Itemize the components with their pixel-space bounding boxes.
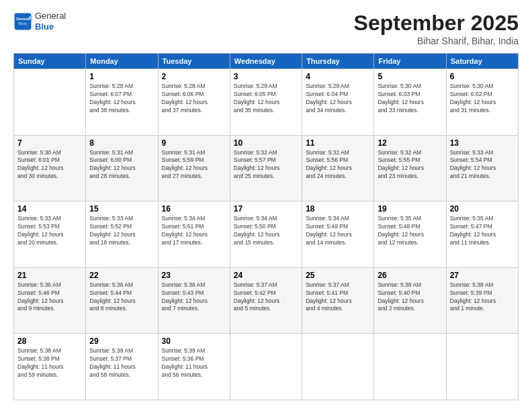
calendar-header-thursday: Thursday	[302, 54, 374, 69]
calendar-cell: 18Sunrise: 5:34 AMSunset: 5:49 PMDayligh…	[302, 201, 374, 268]
calendar-header-tuesday: Tuesday	[158, 54, 230, 69]
day-info: Sunrise: 5:31 AMSunset: 5:59 PMDaylight:…	[162, 149, 226, 181]
calendar-cell: 15Sunrise: 5:33 AMSunset: 5:52 PMDayligh…	[86, 201, 158, 268]
day-info: Sunrise: 5:34 AMSunset: 5:49 PMDaylight:…	[306, 215, 370, 247]
day-number: 10	[234, 138, 298, 148]
day-info: Sunrise: 5:29 AMSunset: 6:04 PMDaylight:…	[306, 83, 370, 115]
day-number: 22	[89, 271, 154, 280]
calendar-table: SundayMondayTuesdayWednesdayThursdayFrid…	[13, 53, 519, 400]
calendar-cell: 20Sunrise: 5:35 AMSunset: 5:47 PMDayligh…	[446, 201, 518, 268]
day-number: 19	[378, 204, 442, 214]
calendar-cell: 16Sunrise: 5:34 AMSunset: 5:51 PMDayligh…	[158, 201, 230, 268]
day-number: 9	[162, 138, 226, 148]
day-info: Sunrise: 5:29 AMSunset: 6:05 PMDaylight:…	[234, 83, 298, 115]
logo-text: General Blue	[35, 11, 66, 32]
day-info: Sunrise: 5:37 AMSunset: 5:41 PMDaylight:…	[306, 281, 370, 314]
calendar-header-wednesday: Wednesday	[230, 54, 302, 69]
day-number: 26	[378, 271, 442, 280]
day-info: Sunrise: 5:32 AMSunset: 5:55 PMDaylight:…	[378, 149, 442, 181]
calendar-cell: 25Sunrise: 5:37 AMSunset: 5:41 PMDayligh…	[302, 267, 374, 334]
calendar-cell: 14Sunrise: 5:33 AMSunset: 5:53 PMDayligh…	[14, 201, 86, 268]
calendar-week-4: 28Sunrise: 5:38 AMSunset: 5:38 PMDayligh…	[14, 334, 519, 400]
calendar-week-3: 21Sunrise: 5:36 AMSunset: 5:46 PMDayligh…	[14, 267, 519, 334]
day-info: Sunrise: 5:35 AMSunset: 5:48 PMDaylight:…	[378, 215, 442, 247]
calendar-cell: 12Sunrise: 5:32 AMSunset: 5:55 PMDayligh…	[374, 135, 446, 201]
calendar-cell: 19Sunrise: 5:35 AMSunset: 5:48 PMDayligh…	[374, 201, 446, 268]
day-info: Sunrise: 5:36 AMSunset: 5:43 PMDaylight:…	[162, 281, 226, 314]
day-number: 20	[450, 204, 515, 214]
calendar-cell: 30Sunrise: 5:39 AMSunset: 5:36 PMDayligh…	[158, 334, 230, 400]
calendar-cell: 27Sunrise: 5:38 AMSunset: 5:39 PMDayligh…	[446, 267, 518, 334]
day-number: 23	[162, 271, 226, 280]
calendar-week-0: 1Sunrise: 5:28 AMSunset: 6:07 PMDaylight…	[14, 69, 519, 136]
day-info: Sunrise: 5:32 AMSunset: 5:56 PMDaylight:…	[306, 149, 370, 181]
calendar-cell: 2Sunrise: 5:28 AMSunset: 6:06 PMDaylight…	[158, 69, 230, 136]
logo-icon: General Blue	[13, 12, 32, 31]
day-number: 7	[17, 138, 82, 148]
day-info: Sunrise: 5:38 AMSunset: 5:40 PMDaylight:…	[378, 281, 442, 314]
day-number: 14	[17, 204, 82, 214]
calendar-cell: 9Sunrise: 5:31 AMSunset: 5:59 PMDaylight…	[158, 135, 230, 201]
day-info: Sunrise: 5:33 AMSunset: 5:53 PMDaylight:…	[17, 215, 82, 247]
page: General Blue General Blue September 2025…	[0, 0, 532, 411]
day-info: Sunrise: 5:30 AMSunset: 6:01 PMDaylight:…	[17, 149, 82, 181]
calendar-cell: 22Sunrise: 5:36 AMSunset: 5:44 PMDayligh…	[86, 267, 158, 334]
calendar-cell: 21Sunrise: 5:36 AMSunset: 5:46 PMDayligh…	[14, 267, 86, 334]
day-number: 5	[378, 72, 442, 81]
day-number: 17	[234, 204, 298, 214]
calendar-cell	[230, 334, 302, 400]
day-info: Sunrise: 5:39 AMSunset: 5:36 PMDaylight:…	[162, 347, 226, 379]
calendar-cell: 7Sunrise: 5:30 AMSunset: 6:01 PMDaylight…	[14, 135, 86, 201]
day-number: 2	[162, 72, 226, 81]
subtitle: Bihar Sharif, Bihar, India	[354, 36, 519, 46]
day-info: Sunrise: 5:38 AMSunset: 5:39 PMDaylight:…	[450, 281, 515, 314]
calendar-cell: 6Sunrise: 5:30 AMSunset: 6:02 PMDaylight…	[446, 69, 518, 136]
calendar-cell: 24Sunrise: 5:37 AMSunset: 5:42 PMDayligh…	[230, 267, 302, 334]
calendar-week-2: 14Sunrise: 5:33 AMSunset: 5:53 PMDayligh…	[14, 201, 519, 268]
day-info: Sunrise: 5:33 AMSunset: 5:54 PMDaylight:…	[450, 149, 515, 181]
day-number: 11	[306, 138, 370, 148]
day-number: 4	[306, 72, 370, 81]
calendar-cell: 1Sunrise: 5:28 AMSunset: 6:07 PMDaylight…	[86, 69, 158, 136]
day-info: Sunrise: 5:30 AMSunset: 6:03 PMDaylight:…	[378, 83, 442, 115]
calendar-cell: 26Sunrise: 5:38 AMSunset: 5:40 PMDayligh…	[374, 267, 446, 334]
day-number: 25	[306, 271, 370, 280]
day-number: 1	[89, 72, 154, 81]
day-number: 15	[89, 204, 154, 214]
calendar-cell: 17Sunrise: 5:34 AMSunset: 5:50 PMDayligh…	[230, 201, 302, 268]
calendar-cell	[302, 334, 374, 400]
calendar-cell: 13Sunrise: 5:33 AMSunset: 5:54 PMDayligh…	[446, 135, 518, 201]
day-number: 8	[89, 138, 154, 148]
calendar-week-1: 7Sunrise: 5:30 AMSunset: 6:01 PMDaylight…	[14, 135, 519, 201]
calendar-cell	[374, 334, 446, 400]
day-info: Sunrise: 5:34 AMSunset: 5:50 PMDaylight:…	[234, 215, 298, 247]
day-number: 6	[450, 72, 515, 81]
calendar-header-saturday: Saturday	[446, 54, 518, 69]
day-number: 28	[17, 336, 82, 346]
calendar-cell: 3Sunrise: 5:29 AMSunset: 6:05 PMDaylight…	[230, 69, 302, 136]
day-info: Sunrise: 5:31 AMSunset: 6:00 PMDaylight:…	[89, 149, 154, 181]
day-number: 21	[17, 271, 82, 280]
svg-text:General: General	[16, 16, 30, 20]
day-number: 13	[450, 138, 515, 148]
day-info: Sunrise: 5:28 AMSunset: 6:07 PMDaylight:…	[89, 83, 154, 115]
calendar-cell: 5Sunrise: 5:30 AMSunset: 6:03 PMDaylight…	[374, 69, 446, 136]
day-number: 18	[306, 204, 370, 214]
month-title: September 2025	[354, 11, 519, 36]
calendar-cell: 8Sunrise: 5:31 AMSunset: 6:00 PMDaylight…	[86, 135, 158, 201]
calendar-cell	[14, 69, 86, 136]
day-info: Sunrise: 5:36 AMSunset: 5:46 PMDaylight:…	[17, 281, 82, 314]
header: General Blue General Blue September 2025…	[13, 11, 519, 46]
calendar-cell: 28Sunrise: 5:38 AMSunset: 5:38 PMDayligh…	[14, 334, 86, 400]
title-block: September 2025 Bihar Sharif, Bihar, Indi…	[354, 11, 519, 46]
day-number: 24	[234, 271, 298, 280]
calendar-header-sunday: Sunday	[14, 54, 86, 69]
day-info: Sunrise: 5:34 AMSunset: 5:51 PMDaylight:…	[162, 215, 226, 247]
day-info: Sunrise: 5:35 AMSunset: 5:47 PMDaylight:…	[450, 215, 515, 247]
svg-text:Blue: Blue	[18, 20, 28, 25]
day-number: 27	[450, 271, 515, 280]
day-number: 16	[162, 204, 226, 214]
calendar-cell: 10Sunrise: 5:32 AMSunset: 5:57 PMDayligh…	[230, 135, 302, 201]
calendar-cell: 4Sunrise: 5:29 AMSunset: 6:04 PMDaylight…	[302, 69, 374, 136]
day-info: Sunrise: 5:37 AMSunset: 5:42 PMDaylight:…	[234, 281, 298, 314]
